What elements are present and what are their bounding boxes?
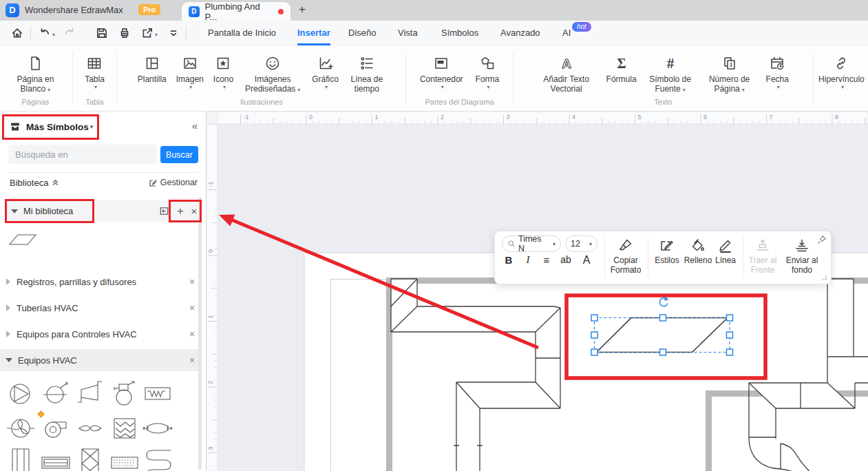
ribbon-imagenes-predisenadas-button[interactable]: Imágenes Prediseñadas▾: [240, 51, 305, 98]
ribbon-group-label: Ilustraciones: [118, 98, 404, 110]
export-caret-icon[interactable]: ▾: [155, 32, 158, 38]
symbol-electric-heater[interactable]: [142, 379, 173, 409]
send-to-back-button[interactable]: Enviar al fondo: [783, 238, 821, 275]
line-button[interactable]: Línea: [710, 238, 741, 265]
more-symbols-label: Más Símbolos: [26, 122, 89, 132]
title-bar: D Wondershare EdrawMax Pro D Plumbing An…: [0, 0, 868, 21]
library-row-tuberias-hvac[interactable]: Tuberías HVAC ×: [0, 297, 201, 319]
svg-text:4: 4: [572, 114, 575, 121]
symbol-parallelogram[interactable]: [7, 231, 39, 262]
symbol-centrifugal-pump[interactable]: [6, 379, 37, 409]
ribbon-group-texto: A Añadir Texto Vectorial Σ Fórmula # Sím…: [515, 45, 812, 111]
page-number-icon: 1: [721, 52, 738, 72]
send-back-icon: [794, 238, 809, 253]
collapse-panel-icon[interactable]: «: [192, 120, 198, 132]
ribbon-hipervinculo-button[interactable]: Hipervínculo ▾: [816, 51, 867, 98]
pin-toolbar-icon[interactable]: [817, 235, 827, 244]
ribbon-pagina-en-blanco-button[interactable]: Página en Blanco▾: [8, 51, 63, 98]
svg-text:6: 6: [703, 114, 707, 121]
font-size-select[interactable]: 12 ▾: [565, 236, 597, 252]
print-icon[interactable]: [118, 27, 131, 39]
collapse-toolbar-icon[interactable]: [167, 27, 180, 39]
symbol-reducer[interactable]: [74, 413, 106, 443]
symbol-centrifugal-blower[interactable]: [40, 413, 72, 443]
undo-caret-icon[interactable]: ▾: [52, 32, 55, 38]
ribbon-grafico-button[interactable]: Gráfico ▾: [309, 51, 341, 98]
italic-button[interactable]: I: [520, 254, 536, 266]
ribbon-anadir-texto-vectorial-button[interactable]: A Añadir Texto Vectorial: [535, 51, 598, 98]
ribbon-contenedor-button[interactable]: Contenedor ▾: [417, 51, 466, 98]
symbol-air-filter[interactable]: [109, 413, 140, 443]
import-symbol-icon[interactable]: [159, 206, 169, 216]
font-family-select[interactable]: Times N ▾: [502, 236, 561, 252]
symbol-heat-exchanger[interactable]: [142, 413, 173, 443]
resize-corner-icon[interactable]: [821, 274, 827, 281]
my-library-section[interactable]: Mi biblioteca + ×: [6, 200, 201, 222]
manage-libraries-button[interactable]: Gestionar: [149, 178, 198, 187]
ribbon-linea-de-tiempo-button[interactable]: Línea de tiempo: [346, 51, 388, 98]
formula-icon: Σ: [613, 52, 630, 72]
ribbon-formula-button[interactable]: Σ Fórmula: [604, 51, 639, 98]
symbol-motor-pump[interactable]: [109, 379, 140, 409]
menu-simbolos[interactable]: Símbolos: [441, 21, 478, 45]
ribbon-icono-button[interactable]: Icono ▾: [211, 51, 236, 98]
align-button[interactable]: ≡: [538, 254, 555, 266]
library-row-equipos-hvac[interactable]: Equipos HVAC ×: [0, 349, 201, 371]
symbol-grille[interactable]: [109, 448, 140, 471]
menu-avanzado[interactable]: Avanzado: [500, 21, 540, 45]
menu-vista[interactable]: Vista: [398, 21, 418, 45]
ribbon-plantilla-button[interactable]: Plantilla: [135, 51, 169, 98]
symbol-x-lattice-duct[interactable]: [74, 448, 106, 471]
dropdown-caret-icon: ▾: [297, 87, 300, 93]
copy-format-button[interactable]: Copiar Formato: [606, 238, 646, 275]
drawing-canvas[interactable]: -1012345678-10123: [207, 112, 868, 471]
fill-button[interactable]: Relleno: [681, 238, 714, 265]
svg-text:0: 0: [207, 249, 214, 253]
svg-text:2: 2: [441, 114, 444, 121]
symbol-axial-fan[interactable]: [6, 413, 37, 443]
symbol-duct-section[interactable]: [6, 448, 37, 471]
search-button[interactable]: Buscar: [160, 146, 198, 163]
ribbon-numero-de-pagina-button[interactable]: 1 Número de Página▾: [701, 51, 758, 98]
menu-insertar[interactable]: Insertar: [297, 21, 330, 45]
symbol-inline-pump[interactable]: [40, 379, 72, 409]
export-icon[interactable]: [141, 27, 154, 39]
font-color-button[interactable]: A: [578, 254, 595, 266]
styles-button[interactable]: Estilos: [650, 238, 684, 265]
menu-ai[interactable]: AI: [562, 21, 571, 45]
edrawmax-window: D Wondershare EdrawMax Pro D Plumbing An…: [0, 0, 868, 471]
expand-triangle-icon: [6, 358, 12, 362]
hyperlink-icon: [833, 52, 849, 72]
new-tab-button[interactable]: +: [295, 3, 310, 17]
menu-diseno[interactable]: Diseño: [348, 21, 376, 45]
dropdown-caret-icon: ▾: [553, 241, 555, 247]
sidebar-scrollbar[interactable]: [198, 197, 202, 470]
symbol-compressor[interactable]: [74, 379, 106, 409]
chart-icon: [317, 52, 334, 72]
ribbon-group-ilustraciones: Plantilla Imagen ▾ Icono ▾ Imágenes Pred…: [118, 45, 404, 111]
save-icon[interactable]: [96, 27, 108, 39]
library-drawer-icon: [10, 121, 21, 132]
symbol-search-input[interactable]: [8, 145, 157, 164]
add-library-button[interactable]: +: [173, 205, 187, 218]
home-icon[interactable]: [11, 27, 23, 39]
ribbon-imagen-button[interactable]: Imagen ▾: [173, 51, 207, 98]
ribbon-tabla-button[interactable]: Tabla ▾: [82, 51, 107, 98]
collapse-all-icon[interactable]: [51, 178, 60, 187]
bold-button[interactable]: B: [500, 254, 517, 266]
expand-triangle-icon: [6, 278, 10, 285]
library-row-equipos-para-controles-hvac[interactable]: Equipos para Controles HVAC ×: [0, 323, 201, 345]
library-row-registros-parrillas-difusores[interactable]: Registros, parrillas y difusores ×: [0, 271, 201, 293]
ribbon: Página en Blanco▾ Páginas Tabla ▾ Tabla: [0, 45, 868, 112]
document-tab[interactable]: D Plumbing And P...: [182, 2, 290, 21]
more-symbols-dropdown[interactable]: Más Símbolos ▾: [10, 121, 93, 132]
symbol-finned-tube[interactable]: [40, 448, 72, 471]
undo-icon[interactable]: [39, 27, 51, 39]
menu-pantalla-de-inicio[interactable]: Pantalla de Inicio: [208, 21, 276, 45]
character-spacing-button[interactable]: ab: [558, 254, 574, 265]
dropdown-caret-icon: ▾: [223, 84, 226, 90]
ribbon-forma-button[interactable]: Forma ▾: [473, 51, 502, 98]
ribbon-simbolo-de-fuente-button[interactable]: # Símbolo de Fuente▾: [645, 51, 696, 98]
ribbon-fecha-button[interactable]: Fecha ▾: [763, 51, 792, 98]
symbol-heating-coil[interactable]: [142, 448, 173, 471]
